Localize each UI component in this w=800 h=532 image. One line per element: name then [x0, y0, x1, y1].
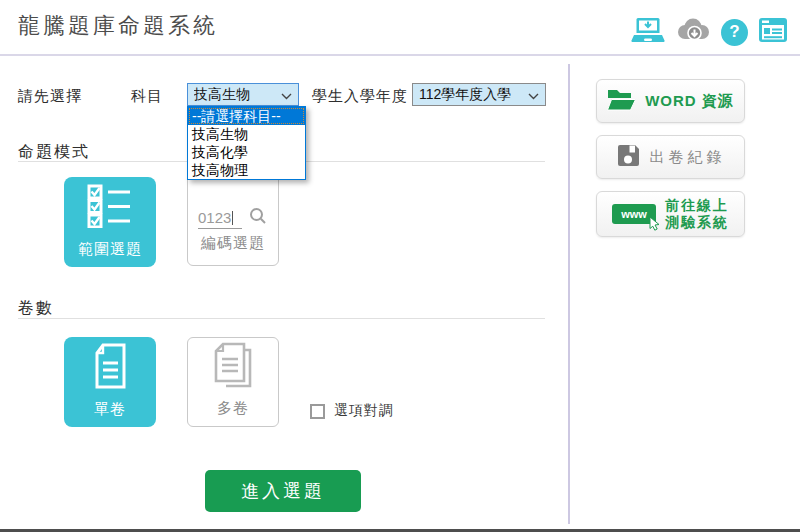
code-select-button[interactable]: 0123 編碼選題: [187, 170, 279, 266]
multi-document-icon: [210, 338, 256, 393]
range-select-label: 範圍選題: [78, 240, 142, 259]
help-icon[interactable]: ?: [721, 19, 748, 46]
range-select-button[interactable]: 範圍選題: [64, 177, 156, 267]
code-input[interactable]: 0123: [198, 209, 242, 229]
multi-paper-button[interactable]: 多卷: [187, 337, 279, 427]
code-select-label: 編碼選題: [188, 234, 278, 253]
online-test-system-label: 前往線上 測驗系統: [665, 197, 729, 231]
swap-options-label: 選項對調: [334, 402, 394, 420]
subject-select-value: 技高生物: [194, 86, 281, 104]
content-divider: [568, 64, 570, 524]
word-resources-label: WORD 資源: [645, 92, 734, 111]
chevron-down-icon: [281, 87, 292, 103]
exam-record-button[interactable]: 出卷紀錄: [596, 135, 745, 179]
exam-records-icon[interactable]: [758, 17, 788, 47]
dropdown-option[interactable]: 技高物理: [188, 161, 305, 179]
select-first-prompt: 請先選擇: [18, 87, 82, 106]
search-icon[interactable]: [249, 207, 267, 229]
checklist-icon: [84, 177, 136, 234]
text-cursor: [232, 211, 233, 225]
subject-label: 科目: [131, 87, 163, 106]
save-disk-icon: [616, 143, 641, 172]
paper-section-title: 卷數: [18, 298, 54, 319]
exam-record-label: 出卷紀錄: [650, 148, 726, 167]
online-test-system-button[interactable]: www 前往線上 測驗系統: [596, 191, 745, 237]
dropdown-option[interactable]: 技高化學: [188, 143, 305, 161]
www-text: www: [621, 208, 647, 220]
year-select[interactable]: 112學年度入學: [412, 83, 546, 106]
header-toolbar: ?: [631, 16, 788, 48]
page-title: 龍騰題庫命題系統: [18, 11, 218, 41]
cloud-download-icon[interactable]: [675, 17, 711, 48]
swap-options-checkbox[interactable]: [310, 404, 325, 419]
dropdown-option[interactable]: 技高生物: [188, 125, 305, 143]
year-label: 學生入學年度: [312, 87, 408, 106]
code-input-row: 0123: [198, 207, 267, 229]
online-label-line2: 測驗系統: [665, 214, 729, 231]
word-resources-button[interactable]: WORD 資源: [596, 79, 745, 123]
app-window: 龍騰題庫命題系統 ?: [0, 0, 800, 532]
paper-section-divider: [18, 318, 545, 319]
online-label-line1: 前往線上: [665, 197, 729, 214]
multi-paper-label: 多卷: [217, 399, 249, 418]
single-paper-label: 單卷: [94, 400, 126, 419]
header-divider: [0, 54, 800, 56]
laptop-download-icon[interactable]: [631, 16, 665, 48]
single-paper-button[interactable]: 單卷: [64, 337, 156, 427]
subject-dropdown-list: --請選擇科目-- 技高生物 技高化學 技高物理: [187, 106, 306, 180]
www-cursor-icon: www: [612, 204, 656, 224]
subject-select[interactable]: 技高生物: [187, 83, 299, 106]
code-input-value: 0123: [198, 209, 231, 226]
single-document-icon: [90, 337, 130, 394]
mode-section-title: 命題模式: [18, 142, 90, 163]
swap-options-checkbox-row[interactable]: 選項對調: [310, 402, 394, 420]
chevron-down-icon: [528, 87, 539, 103]
open-folder-icon: [607, 88, 636, 115]
dropdown-option[interactable]: --請選擇科目--: [188, 107, 305, 125]
enter-selection-button[interactable]: 進入選題: [205, 470, 361, 512]
year-select-value: 112學年度入學: [419, 86, 528, 104]
